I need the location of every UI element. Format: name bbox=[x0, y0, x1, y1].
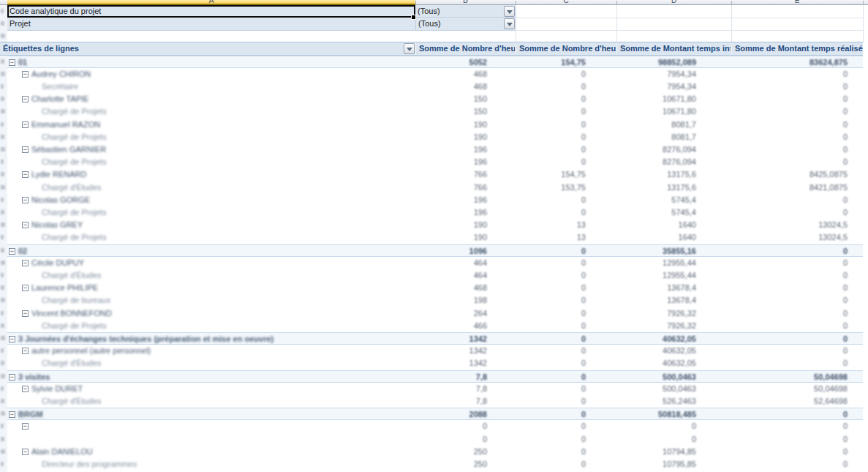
value-cell: 250 bbox=[415, 458, 516, 471]
pivot-row[interactable]: −3 visites7,80500,046350,04698 bbox=[7, 370, 863, 383]
pivot-row[interactable]: −Lydie RENARD766154,7513175,68425,0875 bbox=[7, 168, 863, 181]
filter-dropdown-button[interactable] bbox=[504, 6, 515, 17]
row-number bbox=[1, 462, 4, 466]
value-cell: 8081,7 bbox=[616, 119, 731, 131]
pivot-row[interactable]: −Sylvie DURET7,80500,046350,04698 bbox=[7, 383, 863, 395]
row-label: 01 bbox=[18, 56, 27, 69]
pivot-row[interactable]: −Vincent BONNEFOND26407926,320 bbox=[7, 307, 863, 320]
value-cell: 198 bbox=[415, 294, 516, 307]
pivot-row[interactable]: −Alain DANIELOU250010794,850 bbox=[7, 446, 863, 458]
collapse-minus-icon[interactable]: − bbox=[22, 386, 29, 392]
pivot-row[interactable]: Chargé d'Études1342040632,050 bbox=[7, 357, 863, 370]
pivot-row[interactable]: −Cécile DUPUY464012955,440 bbox=[7, 257, 863, 269]
value-header-e: Somme de Montant temps réalisé bbox=[731, 42, 863, 55]
pivot-row[interactable]: −Audrey CHIRON46807954,340 bbox=[7, 68, 863, 80]
pivot-row[interactable]: −Emmanuel RAZON19008081,70 bbox=[7, 119, 863, 131]
collapse-minus-icon[interactable]: − bbox=[22, 121, 29, 128]
column-header-b[interactable]: B bbox=[415, 0, 516, 5]
row-number bbox=[1, 198, 4, 202]
pivot-row[interactable]: −Charlotte TAPIE150010671,800 bbox=[7, 93, 863, 105]
collapse-minus-icon[interactable]: − bbox=[22, 171, 29, 178]
pivot-row[interactable]: −021096035855,160 bbox=[7, 244, 863, 257]
pivot-row[interactable]: Chargé de Projets150010671,800 bbox=[7, 105, 863, 118]
filter-dropdown-button[interactable] bbox=[504, 18, 515, 29]
collapse-minus-icon[interactable]: − bbox=[22, 449, 29, 455]
row-label: Audrey CHIRON bbox=[31, 68, 91, 80]
row-number bbox=[1, 424, 4, 428]
row-number bbox=[1, 9, 4, 13]
pivot-row[interactable]: −BRGM2088050818,4850 bbox=[7, 408, 863, 420]
value-cell: 500,0463 bbox=[616, 371, 731, 383]
collapse-minus-icon[interactable]: − bbox=[9, 336, 15, 342]
collapse-minus-icon[interactable]: − bbox=[22, 285, 29, 291]
row-labels-filter-button[interactable] bbox=[404, 43, 415, 54]
select-all-corner[interactable] bbox=[0, 0, 7, 5]
collapse-minus-icon[interactable]: − bbox=[22, 71, 29, 78]
pivot-row[interactable]: Chargé de Projets19608276,0940 bbox=[7, 156, 863, 168]
pivot-row[interactable]: −015052154,7598852,08983624,875 bbox=[7, 56, 863, 68]
collapse-minus-icon[interactable]: − bbox=[9, 59, 15, 66]
pivot-row[interactable]: Chargé de Projets19605745,40 bbox=[7, 206, 863, 219]
value-cell: 0 bbox=[616, 420, 731, 432]
collapse-minus-icon[interactable]: − bbox=[22, 146, 29, 153]
value-cell: 190 bbox=[415, 131, 516, 143]
value-cell: 0 bbox=[516, 420, 616, 432]
pivot-row[interactable]: −Nicolas GREY19013164013024,5 bbox=[7, 219, 863, 231]
column-header-a[interactable]: A bbox=[7, 0, 415, 5]
pivot-row[interactable]: Chargé d'Études464012955,440 bbox=[7, 269, 863, 282]
row-label: Chargé de Projets bbox=[42, 206, 107, 219]
filter-field-cell[interactable]: Projet bbox=[7, 18, 415, 30]
row-label: BRGM bbox=[18, 408, 43, 421]
pivot-row[interactable]: −3 Journées d'échanges techniques (prépa… bbox=[7, 332, 863, 345]
pivot-row[interactable]: Chargé de Projets19008081,70 bbox=[7, 131, 863, 143]
pivot-row[interactable]: Secrétaire46807954,340 bbox=[7, 80, 863, 93]
column-header-e[interactable]: E bbox=[731, 0, 863, 5]
value-cell: 1640 bbox=[616, 219, 731, 231]
column-header-c[interactable]: C bbox=[516, 0, 616, 5]
filter-value-cell[interactable]: (Tous) bbox=[415, 5, 516, 18]
pivot-row[interactable]: 0000 bbox=[7, 433, 863, 446]
row-number bbox=[1, 273, 4, 277]
row-label: Secrétaire bbox=[42, 80, 78, 93]
value-cell: 0 bbox=[731, 408, 863, 421]
value-cell: 150 bbox=[415, 105, 516, 118]
filter-value: (Tous) bbox=[418, 19, 441, 28]
pivot-row[interactable]: Chargé d'Études7,80526,246352,64698 bbox=[7, 395, 863, 408]
collapse-minus-icon[interactable]: − bbox=[22, 260, 29, 266]
column-header-d[interactable]: D bbox=[616, 0, 731, 5]
filter-value-cell[interactable]: (Tous) bbox=[415, 18, 516, 30]
pivot-row[interactable]: −autre personnel (autre personnel)134204… bbox=[7, 345, 863, 357]
collapse-minus-icon[interactable]: − bbox=[22, 197, 29, 203]
pivot-row[interactable]: Chargé d'Études766153,7513175,68421,0875 bbox=[7, 181, 863, 194]
row-number bbox=[1, 248, 4, 252]
row-label: Chargé d'Études bbox=[42, 395, 102, 408]
collapse-minus-icon[interactable]: − bbox=[22, 310, 29, 317]
pivot-row[interactable]: −Sébastien GARNIER19608276,0940 bbox=[7, 143, 863, 156]
pivot-row[interactable]: −0000 bbox=[7, 420, 863, 432]
value-cell: 40632,05 bbox=[616, 357, 731, 370]
pivot-row[interactable]: −Nicolas GORGE19605745,40 bbox=[7, 194, 863, 206]
dropdown-arrow-icon bbox=[407, 48, 412, 51]
pivot-row[interactable]: Directeur des programmes250010795,850 bbox=[7, 458, 863, 471]
pivot-row[interactable]: Chargé de Projets19013164013024,5 bbox=[7, 231, 863, 244]
collapse-minus-icon[interactable]: − bbox=[22, 348, 29, 354]
pivot-row[interactable]: Chargé de bureaux198013678,40 bbox=[7, 294, 863, 307]
collapse-minus-icon[interactable]: − bbox=[22, 423, 29, 430]
pivot-row[interactable]: −Laurence PHILIPE468013678,40 bbox=[7, 282, 863, 294]
value-cell: 10671,80 bbox=[616, 93, 731, 105]
value-cell: 12955,44 bbox=[616, 257, 731, 269]
collapse-minus-icon[interactable]: − bbox=[9, 411, 15, 418]
value-cell: 7,8 bbox=[415, 383, 516, 395]
pivot-row[interactable]: Chargé de Projets46607926,320 bbox=[7, 320, 863, 332]
value-cell: 0 bbox=[731, 143, 863, 156]
fill-handle[interactable] bbox=[411, 15, 416, 20]
value-cell: 0 bbox=[731, 420, 863, 432]
value-cell: 0 bbox=[731, 206, 863, 219]
value-cell: 0 bbox=[731, 131, 863, 143]
row-number bbox=[1, 298, 5, 302]
collapse-minus-icon[interactable]: − bbox=[9, 374, 15, 381]
collapse-minus-icon[interactable]: − bbox=[22, 222, 29, 228]
collapse-minus-icon[interactable]: − bbox=[9, 248, 15, 255]
value-cell: 0 bbox=[731, 282, 863, 294]
collapse-minus-icon[interactable]: − bbox=[22, 96, 29, 102]
